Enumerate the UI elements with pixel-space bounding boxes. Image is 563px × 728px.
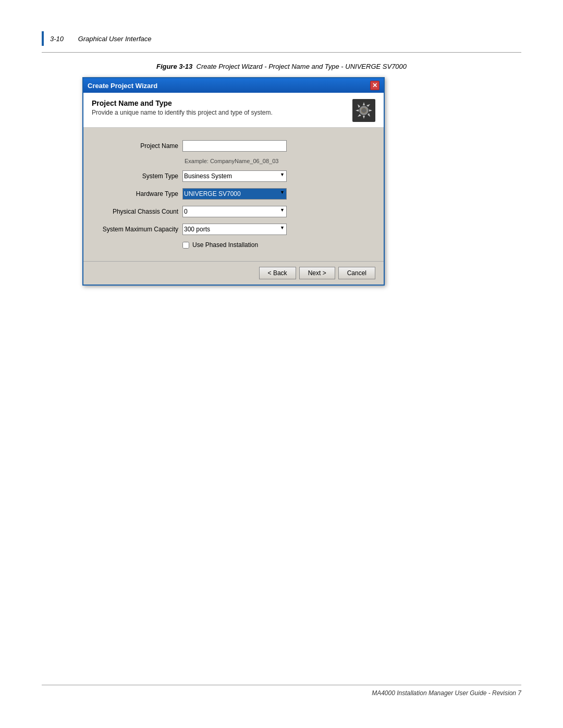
dialog-title: Create Project Wizard xyxy=(88,82,157,90)
system-type-label: System Type xyxy=(94,172,182,180)
back-button[interactable]: < Back xyxy=(259,267,296,279)
system-max-select-wrapper: 300 ports 600 ports 1200 ports xyxy=(182,224,287,235)
phased-install-label: Use Phased Installation xyxy=(192,241,258,249)
dialog-form-area: Project Name Example: CompanyName_06_08_… xyxy=(83,128,384,261)
next-button[interactable]: Next > xyxy=(299,267,335,279)
project-name-input[interactable] xyxy=(182,140,287,152)
project-name-label: Project Name xyxy=(94,142,182,150)
dialog-footer: < Back Next > Cancel xyxy=(83,261,384,285)
physical-chassis-label: Physical Chassis Count xyxy=(94,208,182,215)
phased-install-checkbox[interactable] xyxy=(182,242,189,249)
physical-chassis-select-wrapper: 0 1 2 3 xyxy=(182,206,287,217)
project-name-example: Example: CompanyName_06_08_03 xyxy=(185,158,278,164)
system-type-select-wrapper: Business System Hospitality Government xyxy=(182,170,287,182)
project-name-row: Project Name xyxy=(94,140,373,152)
dialog-header-section: Project Name and Type Provide a unique n… xyxy=(83,93,384,128)
physical-chassis-row: Physical Chassis Count 0 1 2 3 xyxy=(94,206,373,217)
hardware-type-row: Hardware Type UNIVERGE SV7000 UNIVERGE S… xyxy=(94,188,373,200)
figure-description: Create Project Wizard - Project Name and… xyxy=(194,63,407,70)
physical-chassis-select[interactable]: 0 1 2 3 xyxy=(182,206,287,217)
dialog-box: Create Project Wizard ✕ Project Name and… xyxy=(82,77,385,286)
header-rule xyxy=(42,52,521,53)
dialog-header-subtitle: Provide a unique name to identify this p… xyxy=(92,109,352,116)
footer-text: MA4000 Installation Manager User Guide -… xyxy=(372,689,521,697)
project-name-example-row: Example: CompanyName_06_08_03 xyxy=(94,158,373,164)
create-project-wizard-dialog: Create Project Wizard ✕ Project Name and… xyxy=(82,77,385,286)
phased-install-row: Use Phased Installation xyxy=(182,241,373,249)
system-max-label: System Maximum Capacity xyxy=(94,226,182,233)
hardware-type-select-wrapper: UNIVERGE SV7000 UNIVERGE SV8100 UNIVERGE… xyxy=(182,188,287,200)
dialog-header-title: Project Name and Type xyxy=(92,99,352,107)
dialog-header-text: Project Name and Type Provide a unique n… xyxy=(92,99,352,116)
system-type-select[interactable]: Business System Hospitality Government xyxy=(182,170,287,182)
system-max-select[interactable]: 300 ports 600 ports 1200 ports xyxy=(182,224,287,235)
svg-point-2 xyxy=(361,108,366,113)
hardware-type-label: Hardware Type xyxy=(94,190,182,198)
figure-caption: Figure 3-13 Create Project Wizard - Proj… xyxy=(83,63,480,70)
system-type-row: System Type Business System Hospitality … xyxy=(94,170,373,182)
dialog-titlebar: Create Project Wizard ✕ xyxy=(83,78,384,93)
system-max-row: System Maximum Capacity 300 ports 600 po… xyxy=(94,224,373,235)
header-bar xyxy=(42,31,44,46)
page-footer: MA4000 Installation Manager User Guide -… xyxy=(42,685,521,697)
gear-icon xyxy=(352,99,375,122)
dialog-close-button[interactable]: ✕ xyxy=(370,81,380,90)
page-number-text: 3-10 Graphical User Interface xyxy=(50,35,152,43)
cancel-button[interactable]: Cancel xyxy=(338,267,375,279)
page-header: 3-10 Graphical User Interface xyxy=(42,31,152,46)
hardware-type-select[interactable]: UNIVERGE SV7000 UNIVERGE SV8100 UNIVERGE… xyxy=(182,188,287,200)
